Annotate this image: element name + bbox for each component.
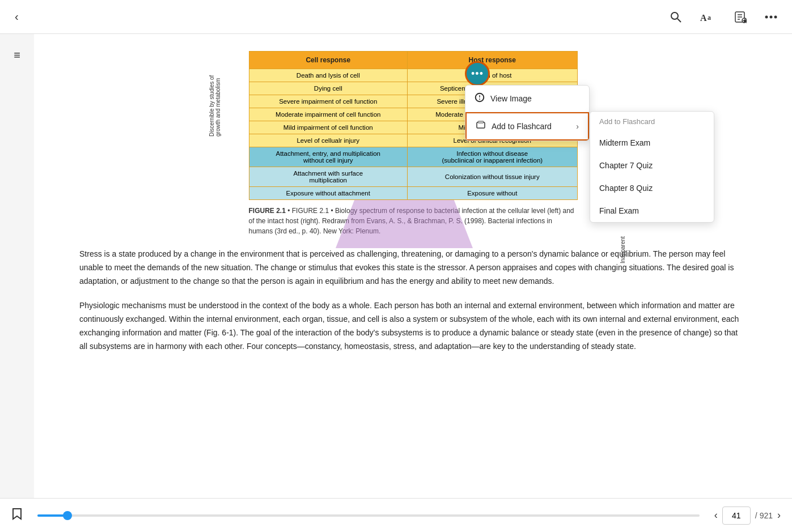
study-tools-button[interactable]: ★ [731, 7, 750, 27]
toolbar-left: ‹ [11, 7, 22, 27]
svg-line-1 [677, 19, 681, 22]
bottom-bar: ‹ / 921 › [0, 498, 792, 532]
bookmark-button[interactable] [11, 507, 23, 524]
progress-thumb [63, 511, 72, 520]
progress-bar[interactable] [37, 514, 700, 517]
submenu: Add to Flashcard Midterm Exam Chapter 7 … [590, 111, 714, 223]
toolbar-right: A a ★ [666, 7, 781, 27]
flashcard-icon [476, 120, 486, 133]
add-to-flashcard-label: Add to Flashcard [492, 122, 552, 131]
search-button[interactable] [666, 7, 685, 27]
prev-page-button[interactable]: ‹ [714, 509, 718, 521]
dots-icon: ••• [471, 68, 484, 80]
sidebar: ≡ [0, 34, 34, 498]
submenu-item-ch8[interactable]: Chapter 8 Quiz [590, 177, 714, 199]
submenu-item-midterm[interactable]: Midterm Exam [590, 131, 714, 154]
svg-text:★: ★ [743, 19, 747, 23]
context-menu: View Image Add to Flashcard › [465, 85, 590, 141]
svg-point-11 [770, 15, 773, 18]
body-paragraph-2: Physiologic mechanisms must be understoo… [79, 299, 747, 353]
table-row: Attachment with surfacemultiplication Co… [249, 167, 577, 187]
more-button[interactable] [761, 12, 781, 22]
add-to-flashcard-item[interactable]: Add to Flashcard › [465, 112, 589, 141]
back-button[interactable]: ‹ [11, 7, 22, 27]
toolbar: ‹ A a ★ [0, 0, 792, 34]
chevron-right-icon: › [576, 122, 579, 131]
next-page-button[interactable]: › [777, 509, 781, 521]
side-label-left: Discernible by studies of growth and met… [192, 85, 238, 120]
col2-header: Host response [408, 52, 577, 69]
body-paragraph-1: Stress is a state produced by a change i… [79, 248, 747, 288]
main-content: Discernible by studies of growth and met… [34, 34, 792, 498]
page-total: / 921 [755, 511, 773, 520]
svg-point-10 [765, 15, 768, 18]
svg-point-16 [479, 99, 480, 100]
page-navigation: ‹ / 921 › [714, 507, 781, 525]
svg-point-0 [671, 12, 678, 19]
menu-toggle[interactable]: ≡ [10, 45, 24, 65]
table-row: Attachment, entry, and multiplicationwit… [249, 147, 577, 167]
progress-fill [37, 514, 67, 517]
submenu-item-ch7[interactable]: Chapter 7 Quiz [590, 154, 714, 177]
view-image-icon [475, 92, 485, 105]
font-button[interactable]: A a [697, 7, 719, 27]
svg-text:A: A [700, 13, 707, 23]
figure-caption: FIGURE 2.1 • FIGURE 2.1 • Biology spectr… [249, 206, 578, 236]
page-number-input[interactable] [722, 507, 751, 525]
svg-point-12 [774, 15, 777, 18]
submenu-header: Add to Flashcard [590, 112, 714, 131]
submenu-item-final[interactable]: Final Exam [590, 199, 714, 222]
view-image-item[interactable]: View Image [465, 86, 589, 112]
table-row: Exposure without attachment Exposure wit… [249, 187, 577, 200]
svg-rect-20 [478, 121, 484, 123]
col1-header: Cell response [249, 52, 408, 69]
table-row: Death and lysis of cell Death of host [249, 69, 577, 82]
svg-text:a: a [708, 14, 711, 22]
view-image-label: View Image [490, 94, 532, 103]
dots-button[interactable]: ••• [465, 61, 490, 86]
